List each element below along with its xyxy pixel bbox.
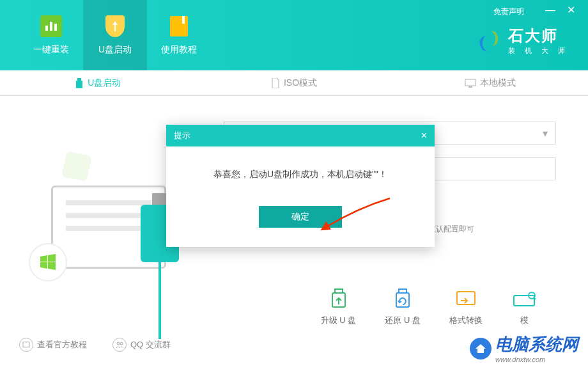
usb-restore-icon [390,288,415,310]
dialog-success: 提示 × 恭喜您，启动U盘制作成功，本机启动键""！ 确定 [166,125,435,247]
illustration [19,128,185,307]
subtab-local[interactable]: 本地模式 [392,70,588,95]
window-controls: — ✕ [545,5,575,15]
tab-label: 一键重装 [33,44,69,56]
svg-rect-0 [45,26,48,31]
subtab-label: U盘启动 [88,77,121,89]
svg-rect-6 [468,86,472,88]
link-label: QQ 交流群 [130,339,171,351]
minimize-button[interactable]: — [545,5,555,15]
svg-rect-4 [76,81,82,88]
tab-label: 使用教程 [161,44,197,56]
tab-reinstall[interactable]: 一键重装 [19,0,83,70]
dialog-ok-button[interactable]: 确定 [259,206,342,228]
file-icon [271,78,280,88]
logo-icon [476,28,502,54]
usb-up-icon [326,288,352,310]
book-icon [170,16,188,36]
dialog-message: 恭喜您，启动U盘制作成功，本机启动键""！ [179,169,422,180]
link-official-tutorial[interactable]: 查看官方教程 [19,338,87,352]
watermark: 电脑系统网 www.dnxtw.com [470,333,578,363]
watermark-text: 电脑系统网 [495,333,578,356]
house-icon [470,338,491,359]
svg-rect-3 [77,78,81,81]
subtab-label: ISO模式 [284,77,317,89]
svg-rect-10 [396,293,409,307]
chevron-down-icon: ▾ [543,127,548,139]
dialog-close-button[interactable]: × [421,130,427,141]
svg-rect-2 [54,24,57,31]
main-nav: 一键重装 U盘启动 使用教程 [0,0,211,70]
tool-simulate[interactable]: 模 [511,288,537,326]
svg-rect-1 [50,22,52,31]
brand-logo: 石大师 装 机 大 师 [476,26,569,56]
tab-tutorial[interactable]: 使用教程 [147,0,211,70]
link-qq-group[interactable]: QQ 交流群 [112,338,171,352]
link-label: 查看官方教程 [37,339,87,351]
tool-bar: 升级 U 盘 还原 U 盘 格式转换 模 [0,288,588,326]
tab-label: U盘启动 [98,44,132,56]
subtab-iso[interactable]: ISO模式 [196,70,392,95]
title-bar: 免责声明 — ✕ 一键重装 U盘启动 使用教程 石大师 装 机 大 师 [0,0,588,70]
book-open-icon [19,338,33,352]
tool-format[interactable]: 格式转换 [449,288,483,326]
tool-label: 格式转换 [449,315,483,326]
svg-point-15 [117,342,120,345]
tool-restore[interactable]: 还原 U 盘 [385,288,421,326]
footer-links: 查看官方教程 QQ 交流群 [19,338,171,352]
monitor-icon [465,79,476,88]
tool-label: 升级 U 盘 [321,315,357,326]
tool-label: 还原 U 盘 [385,315,421,326]
subtab-usb[interactable]: U盘启动 [0,70,196,95]
mode-tabs: U盘启动 ISO模式 本地模式 [0,70,588,96]
dialog-header: 提示 × [166,125,435,146]
watermark-url: www.dnxtw.com [495,356,578,363]
disclaimer-link[interactable]: 免责声明 [493,6,524,17]
windows-icon [38,253,58,272]
shield-icon [105,15,125,37]
brand-title: 石大师 [508,26,569,46]
tool-upgrade[interactable]: 升级 U 盘 [321,288,357,326]
people-icon [112,338,127,352]
close-button[interactable]: ✕ [567,5,575,15]
brand-subtitle: 装 机 大 师 [508,46,569,56]
tab-usb-boot[interactable]: U盘启动 [83,0,147,70]
format-icon [453,288,479,310]
svg-rect-5 [465,79,476,86]
svg-rect-12 [514,296,534,306]
subtab-label: 本地模式 [480,77,516,89]
keyboard-icon [511,288,537,310]
dialog-title: 提示 [174,130,190,141]
svg-point-16 [120,342,123,345]
usb-icon [75,78,84,88]
chart-icon [40,15,62,37]
tool-label: 模 [520,315,529,326]
